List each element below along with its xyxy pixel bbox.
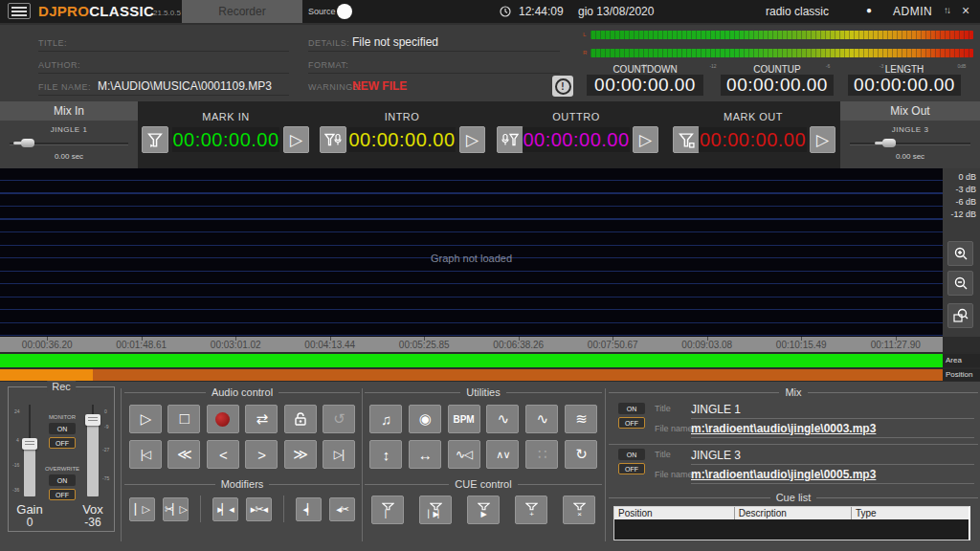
intro-set-button[interactable] [320, 126, 346, 153]
mod-trim-button[interactable]: ▸▏◂ [212, 497, 238, 521]
mix-out-title: Mix Out [840, 101, 980, 121]
intro-play-button[interactable]: ▷ [459, 126, 485, 153]
timeline-tick: 00:00:36.20 [0, 337, 95, 352]
util-wave-speaker-button[interactable]: ∿◁ [448, 440, 480, 469]
mix-row-2: ON OFF Title JINGLE 3 File name m:\radio… [609, 448, 978, 488]
brand-white: CLASSIC [89, 3, 154, 19]
mark-out-play-button[interactable]: ▷ [810, 126, 835, 153]
mark-in-time[interactable]: 00:00:00.00 [172, 127, 279, 152]
mod-cut-right-button[interactable]: ✂▏▷ [163, 497, 189, 521]
intro-time[interactable]: 00:00:00.00 [348, 127, 456, 152]
area-label: Area [943, 354, 980, 367]
mix1-on-button[interactable]: ON [618, 403, 645, 414]
mix2-on-button[interactable]: ON [618, 449, 645, 460]
gain-slider[interactable] [22, 405, 37, 496]
timeline-ruler[interactable]: 00:00:36.20 00:01:48.61 00:03:01.02 00:0… [0, 337, 943, 352]
util-import-file-button[interactable]: ♫ [369, 405, 402, 433]
area-bar[interactable] [0, 354, 943, 367]
step-back-button[interactable]: < [207, 440, 239, 469]
author-label: AUTHOR: [38, 60, 80, 70]
mod-to-mark-button[interactable]: ◂▏ [296, 497, 322, 521]
util-normalize-v-button[interactable]: ↕ [369, 440, 402, 469]
mix1-file-link[interactable]: m:\radioent\audio\jingle\0003.mp3 [691, 422, 876, 435]
monitor-on-button[interactable]: ON [49, 423, 76, 434]
note-file-icon: ♫ [381, 411, 390, 428]
db-label-3: -3 dB [943, 184, 980, 196]
outtro-play-button[interactable]: ▷ [633, 126, 658, 153]
monitor-off-button[interactable]: OFF [49, 437, 76, 449]
warning-button[interactable]: ! [552, 76, 573, 97]
mix1-off-button[interactable]: OFF [618, 417, 645, 429]
timeline-tick: 00:05:25.85 [377, 337, 472, 352]
cue-col-description[interactable]: Description [735, 507, 852, 519]
outtro-set-button[interactable] [497, 126, 523, 153]
mark-out-set-button[interactable] [673, 126, 700, 153]
mark-in-set-button[interactable] [142, 126, 168, 153]
cue-col-position[interactable]: Position [614, 507, 735, 519]
wave-icon: ∿ [536, 410, 547, 428]
cue-list-title: Cue list [609, 492, 978, 503]
util-normalize-h-button[interactable]: ↔ [409, 440, 441, 469]
vox-slider[interactable] [85, 405, 100, 496]
skip-start-button[interactable]: |◁ [129, 440, 162, 469]
fast-forward-button[interactable]: ≫ [284, 440, 317, 469]
cue-delete-button[interactable]: × [563, 496, 595, 524]
util-double-wave-button[interactable]: ≋ [565, 405, 597, 433]
lock-button[interactable] [284, 405, 317, 433]
overwrite-on-button[interactable]: ON [49, 474, 76, 486]
zoom-out-button[interactable] [947, 271, 973, 296]
util-bpm-button[interactable]: BPM [448, 405, 480, 433]
switch-user-icon[interactable]: ↑↓ [944, 5, 949, 15]
user-name[interactable]: ADMIN [893, 5, 932, 18]
vox-label: Vox [74, 502, 112, 517]
length-value: 00:00:00.00 [848, 75, 961, 96]
outtro-time[interactable]: 00:00:00.00 [523, 127, 630, 152]
mark-out-time[interactable]: 00:00:00.00 [699, 127, 807, 152]
step-forward-button[interactable]: > [245, 440, 278, 469]
cue-goto-button[interactable]: ▏▶▏ [419, 496, 452, 524]
cue-col-type[interactable]: Type [852, 507, 969, 519]
cue-mark-button[interactable]: ▏ [371, 496, 404, 524]
tab-recorder[interactable]: Recorder [182, 0, 302, 23]
source-toggle[interactable] [337, 4, 352, 19]
position-bar[interactable] [0, 369, 943, 381]
mix1-title-label: Title [655, 404, 671, 413]
mod-cut-both-button[interactable]: ▸✂◂ [246, 497, 272, 521]
mix-out-slider[interactable] [850, 137, 970, 150]
zoom-in-button[interactable] [947, 241, 973, 266]
loop-button[interactable]: ⇄ [245, 405, 278, 433]
zoom-fit-button[interactable] [947, 303, 973, 328]
rewind-button[interactable]: ≪ [167, 440, 200, 469]
mix2-off-button[interactable]: OFF [618, 463, 645, 474]
position-thumb[interactable] [0, 369, 93, 381]
mix1-file-label: File name [655, 424, 693, 433]
undo-button[interactable]: ↺ [323, 405, 355, 433]
util-fade-button[interactable]: ∿ [486, 405, 519, 433]
gain-tick: 24 [14, 408, 20, 414]
redo-button[interactable]: ↻ [565, 440, 597, 469]
vox-tick: -27 [102, 447, 109, 452]
mark-in-play-button[interactable]: ▷ [283, 126, 309, 153]
util-envelope-button[interactable]: ∧∨ [486, 440, 519, 469]
rewind-icon: ≪ [177, 446, 191, 463]
util-wave-button[interactable]: ∿ [525, 405, 558, 433]
cue-play-button[interactable]: ▶ [467, 496, 500, 524]
close-icon[interactable]: × [962, 3, 969, 18]
outtro-label: OUTTRO [552, 111, 599, 122]
menu-icon[interactable] [8, 3, 31, 19]
stop-button[interactable]: □ [167, 405, 200, 433]
play-button[interactable]: ▷ [129, 405, 162, 433]
mod-cut-left-button[interactable]: ◂✂ [329, 497, 355, 521]
mod-play-from-button[interactable]: ▏▷ [129, 497, 155, 521]
play-icon: ▷ [141, 410, 151, 428]
cue-add-button[interactable]: + [515, 496, 547, 524]
mix2-file-link[interactable]: m:\radioent\audio\jingle\0005.mp3 [691, 468, 876, 481]
overwrite-off-button[interactable]: OFF [49, 489, 76, 500]
record-button[interactable] [207, 405, 239, 433]
filename-field[interactable]: M:\AUDIO\MUSICA\0001109.MP3 [98, 79, 272, 93]
mix-in-slider[interactable] [10, 137, 128, 150]
waveform-display[interactable]: Graph not loaded [0, 168, 943, 337]
util-disc-button[interactable]: ◉ [409, 405, 441, 433]
util-levels-button[interactable]: ∷ [525, 440, 558, 469]
skip-end-button[interactable]: ▷| [323, 440, 355, 469]
